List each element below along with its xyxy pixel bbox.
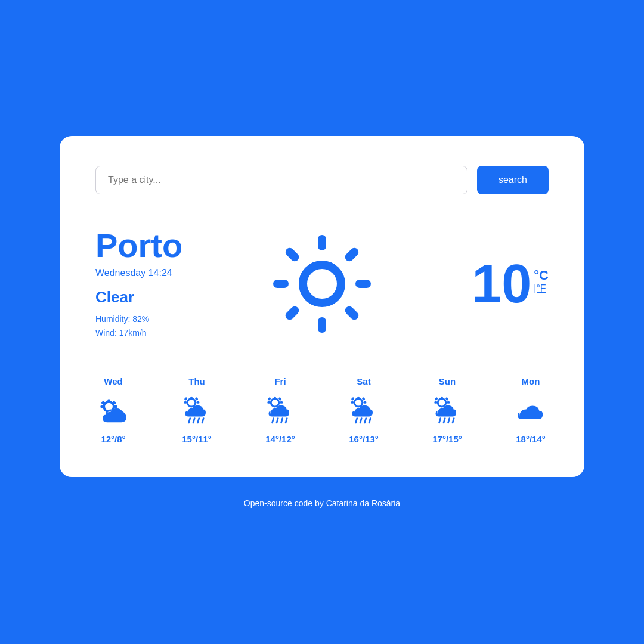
svg-line-32 [198, 419, 199, 423]
svg-point-44 [354, 399, 363, 407]
svg-rect-46 [363, 401, 366, 404]
condition: Clear [95, 288, 246, 306]
svg-rect-45 [357, 397, 360, 400]
svg-line-60 [439, 419, 441, 423]
svg-line-51 [360, 419, 361, 423]
forecast-day-label: Wed [104, 376, 122, 386]
svg-line-31 [193, 419, 194, 423]
forecast-sun: Sun 17°/15° [429, 376, 465, 444]
fahrenheit-unit[interactable]: |°F [534, 283, 549, 294]
svg-rect-55 [441, 397, 443, 400]
sun-icon-area [246, 224, 397, 343]
city-search-input[interactable] [95, 166, 467, 194]
forecast-temp: 18°/14° [516, 434, 546, 444]
temperature-value: 10 [472, 257, 531, 311]
forecast-day-label: Thu [188, 376, 205, 386]
svg-line-61 [444, 419, 445, 423]
svg-line-30 [189, 419, 190, 423]
partly-cloudy-icon [95, 392, 131, 428]
humidity: Humidity: 82% [95, 312, 246, 327]
forecast-temp: 16°/13° [349, 434, 379, 444]
datetime: Wednesday 14:24 [95, 268, 246, 278]
current-weather: Porto Wednesday 14:24 Clear Humidity: 82… [95, 224, 549, 343]
rainy-partly-cloudy-icon-sat [346, 392, 382, 428]
svg-rect-12 [100, 405, 104, 408]
svg-line-63 [453, 419, 454, 423]
svg-rect-6 [343, 305, 360, 321]
svg-line-62 [448, 419, 450, 423]
open-source-link[interactable]: Open-source [244, 499, 292, 508]
forecast-temp: 12°/8° [101, 434, 125, 444]
forecast-sat: Sat 16°/13° [346, 376, 382, 444]
svg-rect-29 [184, 397, 187, 401]
weather-card: search Porto Wednesday 14:24 Clear Humid… [60, 136, 584, 477]
forecast-day-label: Sun [439, 376, 456, 386]
svg-point-0 [303, 265, 341, 303]
footer: Open-source code by Catarina da Rosária [244, 499, 400, 508]
svg-point-54 [438, 399, 446, 407]
svg-line-42 [281, 419, 283, 423]
svg-rect-10 [107, 399, 110, 402]
svg-rect-2 [318, 317, 326, 333]
forecast-day-label: Fri [274, 376, 286, 386]
svg-rect-5 [343, 246, 360, 263]
rainy-partly-cloudy-icon-sun [429, 392, 465, 428]
author-link[interactable]: Catarina da Rosária [326, 499, 401, 508]
footer-middle-text: code by [295, 499, 326, 508]
svg-point-34 [271, 399, 279, 407]
svg-rect-35 [274, 397, 276, 400]
forecast-temp: 15°/11° [182, 434, 212, 444]
forecast-day-label: Mon [522, 376, 540, 386]
svg-line-50 [356, 419, 357, 423]
forecast-temp: 14°/12° [265, 434, 295, 444]
celsius-unit[interactable]: °C [534, 268, 549, 283]
svg-rect-57 [434, 401, 437, 404]
svg-rect-7 [284, 246, 301, 263]
sun-icon [262, 224, 382, 343]
svg-rect-49 [351, 397, 354, 401]
svg-rect-47 [351, 401, 354, 404]
svg-rect-39 [267, 397, 271, 401]
svg-line-40 [273, 419, 274, 423]
svg-rect-37 [267, 401, 270, 404]
svg-rect-3 [273, 280, 289, 288]
svg-rect-26 [196, 401, 199, 404]
temperature-area: 10 °C |°F [398, 257, 549, 311]
svg-rect-59 [434, 397, 438, 401]
forecast-row: Wed [95, 376, 549, 444]
temperature-units: °C |°F [534, 268, 549, 294]
rainy-partly-cloudy-icon-fri [262, 392, 298, 428]
forecast-thu: Thu 15°/11° [179, 376, 215, 444]
svg-line-41 [277, 419, 278, 423]
svg-rect-36 [280, 401, 283, 404]
forecast-day-label: Sat [357, 376, 370, 386]
cloudy-icon [513, 392, 549, 428]
svg-rect-25 [190, 397, 193, 400]
search-button[interactable]: search [477, 166, 549, 194]
city-info: Porto Wednesday 14:24 Clear Humidity: 82… [95, 227, 246, 340]
svg-rect-56 [447, 401, 450, 404]
svg-rect-4 [355, 280, 371, 288]
svg-line-52 [365, 419, 366, 423]
search-row: search [95, 166, 549, 194]
svg-point-24 [187, 399, 196, 407]
rainy-partly-cloudy-icon-thu [179, 392, 215, 428]
svg-rect-13 [114, 405, 117, 408]
svg-line-33 [202, 419, 203, 423]
forecast-fri: Fri 14°/12° [262, 376, 298, 444]
svg-rect-1 [318, 235, 326, 250]
wind: Wind: 17km/h [95, 326, 246, 340]
svg-rect-8 [284, 305, 301, 321]
city-name: Porto [95, 227, 246, 264]
svg-line-43 [286, 419, 287, 423]
svg-line-53 [369, 419, 370, 423]
forecast-wed: Wed [95, 376, 131, 444]
forecast-temp: 17°/15° [432, 434, 462, 444]
svg-rect-27 [184, 401, 187, 404]
forecast-mon: Mon 18°/14° [513, 376, 549, 444]
